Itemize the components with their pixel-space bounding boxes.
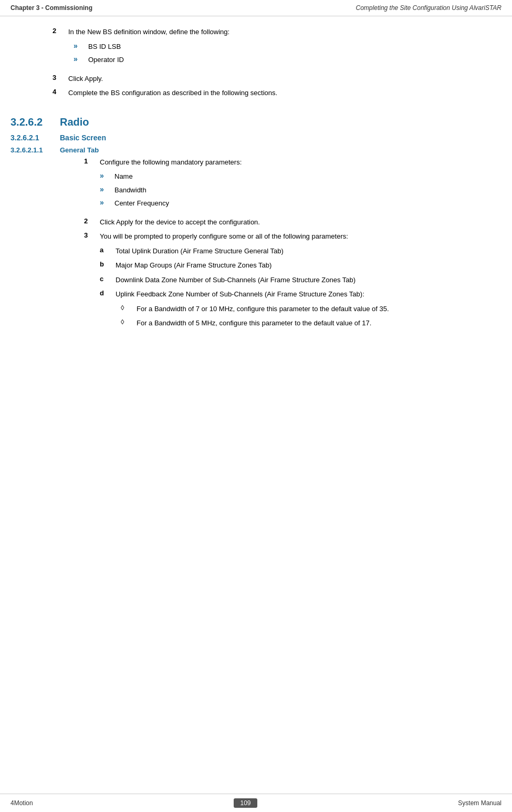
step-text: Uplink Feedback Zone Number of Sub-Chann… bbox=[116, 289, 501, 300]
step-text: Click Apply. bbox=[68, 74, 501, 84]
list-item: 3 You will be prompted to properly confi… bbox=[11, 231, 501, 242]
diamond-icon: ◊ bbox=[121, 318, 137, 326]
diamond-item-list: ◊For a Bandwidth of 7 or 10 MHz, configu… bbox=[11, 304, 501, 328]
bullet-icon: » bbox=[100, 185, 112, 193]
page-number: 109 bbox=[234, 798, 257, 808]
bullet-item: »Center Frequency bbox=[100, 198, 501, 209]
step-number: 3 bbox=[53, 74, 68, 81]
section-number: 3.2.6.2.1.1 bbox=[11, 146, 53, 154]
step-text: Total Uplink Duration (Air Frame Structu… bbox=[116, 246, 501, 256]
page-footer: 4Motion 109 System Manual bbox=[0, 794, 512, 812]
bullet-text: Center Frequency bbox=[114, 198, 169, 209]
list-item: cDownlink Data Zone Number of Sub-Channe… bbox=[11, 275, 501, 285]
step-text: Configure the following mandatory parame… bbox=[100, 157, 501, 168]
section-326-heading: 3.2.6.2 Radio bbox=[11, 116, 501, 128]
list-item: dUplink Feedback Zone Number of Sub-Chan… bbox=[11, 289, 501, 300]
list-item: 2 In the New BS definition window, defin… bbox=[53, 27, 501, 37]
inner-bullet-list: »Name»Bandwidth»Center Frequency bbox=[11, 171, 501, 209]
list-item: 2 Click Apply for the device to accept t… bbox=[11, 217, 501, 228]
step-letter: d bbox=[100, 289, 116, 297]
list-item: aTotal Uplink Duration (Air Frame Struct… bbox=[11, 246, 501, 256]
section-title: Basic Screen bbox=[60, 133, 106, 142]
step-number: 2 bbox=[53, 27, 68, 35]
step-letter: b bbox=[100, 260, 116, 268]
footer-right: System Manual bbox=[458, 799, 501, 807]
step-text: Complete the BS configuration as describ… bbox=[68, 88, 501, 98]
list-item: 4 Complete the BS configuration as descr… bbox=[53, 88, 501, 98]
section-3261-heading: 3.2.6.2.1 Basic Screen bbox=[11, 133, 501, 142]
bullet-item: »Operator ID bbox=[74, 55, 501, 65]
section-number: 3.2.6.2.1 bbox=[11, 133, 53, 142]
diamond-item: ◊For a Bandwidth of 5 MHz, configure thi… bbox=[11, 318, 501, 328]
bullet-text: Bandwidth bbox=[114, 185, 147, 196]
step-number: 3 bbox=[84, 231, 100, 239]
bullet-icon: » bbox=[74, 55, 86, 63]
diamond-item: ◊For a Bandwidth of 7 or 10 MHz, configu… bbox=[11, 304, 501, 314]
diamond-text: For a Bandwidth of 5 MHz, configure this… bbox=[137, 318, 501, 328]
list-item: bMajor Map Groups (Air Frame Structure Z… bbox=[11, 260, 501, 271]
footer-left: 4Motion bbox=[11, 799, 33, 807]
sub-item-list: aTotal Uplink Duration (Air Frame Struct… bbox=[11, 246, 501, 300]
section-32611-heading: 3.2.6.2.1.1 General Tab bbox=[11, 146, 501, 154]
step-number: 1 bbox=[84, 157, 100, 165]
bullet-list: »BS ID LSB»Operator ID bbox=[11, 42, 501, 65]
main-content: 2 In the New BS definition window, defin… bbox=[0, 16, 512, 364]
step-letter: a bbox=[100, 246, 116, 254]
list-item: 1 Configure the following mandatory para… bbox=[11, 157, 501, 168]
section-title: Radio bbox=[60, 116, 89, 128]
diamond-text: For a Bandwidth of 7 or 10 MHz, configur… bbox=[137, 304, 501, 314]
bullet-text: Name bbox=[114, 171, 133, 182]
bullet-item: »BS ID LSB bbox=[74, 42, 501, 52]
step-text: Downlink Data Zone Number of Sub-Channel… bbox=[116, 275, 501, 285]
page-header: Chapter 3 - Commissioning Completing the… bbox=[0, 0, 512, 16]
bullet-item: »Name bbox=[100, 171, 501, 182]
bullet-text: BS ID LSB bbox=[88, 42, 121, 52]
header-left: Chapter 3 - Commissioning bbox=[11, 4, 92, 12]
step-text: Click Apply for the device to accept the… bbox=[100, 217, 501, 228]
step-number: 4 bbox=[53, 88, 68, 96]
section-title: General Tab bbox=[60, 146, 99, 154]
step-text: You will be prompted to properly configu… bbox=[100, 231, 501, 242]
section-number: 3.2.6.2 bbox=[11, 116, 53, 128]
bullet-icon: » bbox=[100, 198, 112, 207]
bullet-icon: » bbox=[100, 171, 112, 180]
bullet-text: Operator ID bbox=[88, 55, 124, 65]
step-text: Major Map Groups (Air Frame Structure Zo… bbox=[116, 260, 501, 271]
step-number: 2 bbox=[84, 217, 100, 225]
bullet-icon: » bbox=[74, 42, 86, 50]
step-letter: c bbox=[100, 275, 116, 283]
step-text: In the New BS definition window, define … bbox=[68, 27, 501, 37]
diamond-icon: ◊ bbox=[121, 304, 137, 312]
bullet-item: »Bandwidth bbox=[100, 185, 501, 196]
header-right: Completing the Site Configuration Using … bbox=[356, 4, 501, 12]
list-item: 3 Click Apply. bbox=[53, 74, 501, 84]
